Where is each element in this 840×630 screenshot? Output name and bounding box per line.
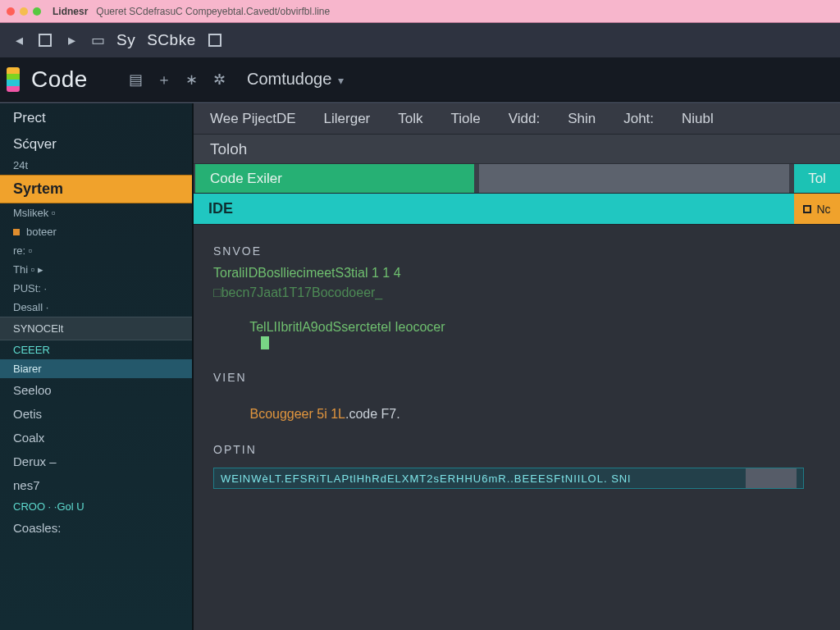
sidebar-item-label: re: ▫ — [13, 244, 32, 257]
tab-code-explorer[interactable]: Code Exiler — [195, 164, 474, 193]
tab-label: Code Exiler — [210, 171, 282, 187]
sidebar-item-label: Sćqver — [13, 136, 57, 153]
sidebar-item[interactable]: PUSt: · — [0, 279, 192, 298]
sidebar-item[interactable]: boteer — [0, 222, 192, 241]
code-token: TelLIIbritlA9odSserctetel Ieococer — [249, 320, 445, 334]
brand-row: Code ▤ ＋ ∗ ✲ Comtudoge ▾ — [0, 57, 840, 102]
menu-item[interactable]: Joht: — [623, 111, 654, 127]
sidebar-item[interactable]: Sćqver — [0, 130, 192, 156]
back-icon[interactable]: ◂ — [11, 33, 26, 48]
sidebar-item[interactable]: Coasles: — [0, 516, 192, 540]
menu-item[interactable]: Lilerger — [324, 111, 371, 127]
sidebar-item[interactable]: Syrtem — [0, 175, 192, 203]
square-icon[interactable] — [208, 33, 222, 48]
sidebar-item-label: Mslikek ▫ — [13, 207, 56, 219]
sidebar-item-label: Derux – — [13, 454, 57, 468]
sidebar-item[interactable]: Oetis — [0, 402, 192, 426]
command-input-row — [213, 468, 804, 489]
toolbar-label-2: SCbke — [147, 31, 196, 49]
sidebar-item-label: CEEER — [13, 344, 50, 356]
titlebar-app-name: Lidnesr — [52, 6, 88, 17]
editor-section-3: OPTIN — [213, 443, 820, 456]
sidebar-item[interactable]: Derux – — [0, 450, 192, 473]
tab-edge[interactable]: Tol — [794, 164, 840, 193]
tab-path-label: Toloh — [210, 140, 247, 158]
sidebar-item[interactable]: nes7 — [0, 473, 192, 497]
box-icon[interactable]: ▭ — [90, 33, 105, 48]
app-logo-icon — [7, 67, 20, 92]
editor-section-1: SNVOE — [213, 244, 820, 258]
command-input[interactable] — [221, 472, 741, 485]
sidebar-item[interactable]: Coalx — [0, 426, 192, 450]
gear-icon[interactable]: ✲ — [211, 71, 229, 89]
sidebar-item-label: 24t — [13, 159, 28, 171]
app-name: Code — [31, 66, 88, 93]
body: PrectSćqver24tSyrtemMslikek ▫boteerre: ▫… — [0, 102, 840, 630]
sidebar-item[interactable]: Seeloo — [0, 378, 192, 402]
code-token: .code F7. — [345, 407, 400, 421]
ide-row: IDE Nc — [194, 194, 840, 225]
titlebar-file-path: Queret SCdefrasuC Compeyebtal.Cavedt/obv… — [96, 6, 330, 17]
minimize-icon[interactable] — [20, 7, 28, 16]
tabs: Code Exiler Tol — [194, 164, 840, 194]
sidebar-item[interactable]: 24t — [0, 156, 192, 175]
menubar: Wee PijectDELilergerTolkTioleVidd:ShinJo… — [194, 103, 840, 135]
main-toolbar: ◂ ▸ ▭ Sy SCbke — [0, 23, 840, 57]
sidebar: PrectSćqver24tSyrtemMslikek ▫boteerre: ▫… — [0, 103, 194, 630]
sidebar-item[interactable]: CROO · ·Gol U — [0, 497, 192, 516]
sidebar-item-label: PUSt: · — [13, 282, 47, 294]
menu-item[interactable]: Tolk — [398, 111, 422, 127]
sidebar-item[interactable]: re: ▫ — [0, 241, 192, 260]
sidebar-item[interactable]: Thi ▫ ▸ — [0, 260, 192, 279]
sidebar-item[interactable]: Biarer — [0, 359, 192, 378]
sidebar-item[interactable]: Prect — [0, 103, 192, 130]
code-line: ToraliIDBoslliecimeetS3tial 1 1 4 — [213, 266, 820, 281]
sidebar-item-label: boteer — [26, 226, 57, 238]
tab-area: Toloh Code Exiler Tol IDE — [194, 135, 840, 225]
menu-item[interactable]: Vidd: — [509, 111, 540, 127]
sidebar-item-label: Biarer — [13, 363, 42, 375]
checkbox-icon — [803, 205, 811, 213]
menu-item[interactable]: Tiole — [451, 111, 481, 127]
sidebar-item-label: nes7 — [13, 478, 40, 492]
sidebar-item-label: SYNOCElt — [13, 322, 63, 335]
dot-icon[interactable]: ∗ — [183, 71, 201, 89]
sidebar-item[interactable]: Mslikek ▫ — [0, 203, 192, 222]
main-area: Wee PijectDELilergerTolkTioleVidd:ShinJo… — [194, 103, 840, 630]
sidebar-item[interactable]: SYNOCElt — [0, 317, 192, 340]
tab-empty[interactable] — [479, 164, 789, 193]
code-token: Bcouggeer 5i 1L — [249, 407, 345, 421]
menu-item[interactable]: Wee PijectDE — [210, 111, 296, 127]
editor[interactable]: SNVOE ToraliIDBoslliecimeetS3tial 1 1 4 … — [194, 225, 840, 630]
toolbar-label-1: Sy — [116, 31, 135, 49]
sidebar-item-label: Seeloo — [13, 383, 52, 397]
sidebar-item-label: Coalx — [13, 431, 44, 445]
sidebar-item[interactable]: Desall · — [0, 298, 192, 317]
ide-tab[interactable]: IDE — [194, 194, 794, 224]
window-controls[interactable] — [7, 7, 41, 16]
window-titlebar: Lidnesr Queret SCdefrasuC Compeyebtal.Ca… — [0, 0, 840, 23]
close-icon[interactable] — [7, 7, 15, 16]
menu-item[interactable]: Shin — [568, 111, 596, 127]
stop-icon[interactable] — [38, 33, 52, 48]
forward-icon[interactable]: ▸ — [64, 33, 79, 48]
code-line: Bcouggeer 5i 1L.code F7. — [213, 392, 820, 436]
menu-item[interactable]: Niubl — [682, 111, 714, 127]
sidebar-item-label: Coasles: — [13, 521, 61, 535]
sidebar-item-label: Syrtem — [13, 180, 63, 198]
input-tail — [746, 468, 797, 488]
sidebar-item[interactable]: CEEER — [0, 340, 192, 359]
sidebar-item-label: CROO · ·Gol U — [13, 500, 84, 513]
plus-icon[interactable]: ＋ — [155, 71, 173, 89]
breadcrumb[interactable]: Comtudoge ▾ — [247, 70, 344, 89]
panel-icon[interactable]: ▤ — [127, 71, 145, 89]
sidebar-item-label: Thi ▫ ▸ — [13, 263, 43, 276]
ide-edge-label: Nc — [816, 203, 830, 216]
editor-section-2: VIEN — [213, 371, 820, 384]
bullet-icon — [13, 229, 20, 235]
sidebar-item-label: Prect — [13, 110, 46, 126]
ide-edge-button[interactable]: Nc — [794, 194, 840, 224]
cursor-icon — [261, 336, 269, 349]
maximize-icon[interactable] — [33, 7, 41, 16]
sidebar-item-label: Desall · — [13, 301, 48, 313]
